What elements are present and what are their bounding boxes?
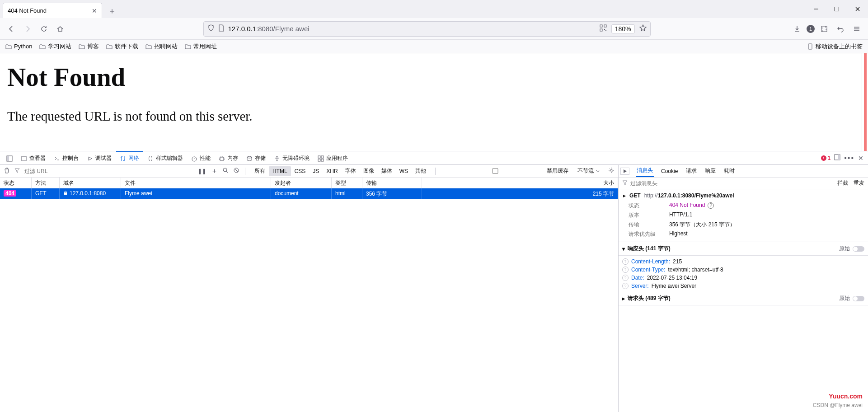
pause-icon[interactable]: ❚❚ xyxy=(197,168,206,174)
help-icon[interactable]: ? xyxy=(622,258,629,265)
qr-icon[interactable] xyxy=(600,24,607,33)
filter-css[interactable]: CSS xyxy=(291,166,310,176)
reload-button[interactable] xyxy=(37,22,51,36)
zoom-level[interactable]: 180% xyxy=(611,24,635,33)
tab-accessibility[interactable]: 无障碍环境 xyxy=(270,151,313,164)
tab-cookies[interactable]: Cookie xyxy=(660,166,679,176)
col-file[interactable]: 文件 xyxy=(121,178,271,188)
devtools-toggle-icon[interactable] xyxy=(3,151,16,164)
response-headers-section[interactable]: ▾ 响应头 (141 字节) 原始 xyxy=(619,242,868,256)
url-bar[interactable]: 127.0.0.1:8080/Flyme awei 180% xyxy=(203,21,651,37)
tab-storage[interactable]: 存储 xyxy=(243,151,269,164)
filter-js[interactable]: JS xyxy=(309,166,323,176)
svg-rect-7 xyxy=(808,44,812,49)
bookmark-folder[interactable]: 博客 xyxy=(79,42,99,51)
search-icon[interactable] xyxy=(222,167,229,175)
raw-toggle[interactable]: 原始 xyxy=(839,245,864,253)
network-toolbar: ❚❚ ＋ 所有 HTML CSS JS XHR 字体 图像 媒体 WS 其他 xyxy=(0,165,618,178)
chevron-right-icon[interactable]: ▸ xyxy=(623,192,626,199)
plus-icon[interactable]: ＋ xyxy=(211,167,218,175)
col-status[interactable]: 状态 xyxy=(0,178,32,188)
gear-icon[interactable] xyxy=(608,167,615,175)
cell-domain: 127.0.0.1:8080 xyxy=(60,188,121,199)
svg-rect-21 xyxy=(838,154,840,160)
help-icon[interactable]: ? xyxy=(622,267,629,273)
filter-fonts[interactable]: 字体 xyxy=(342,165,360,177)
tab-timing[interactable]: 耗时 xyxy=(723,165,736,177)
bookmark-folder[interactable]: 常用网址 xyxy=(185,42,217,51)
browser-tab[interactable]: 404 Not Found ✕ xyxy=(3,3,102,18)
mobile-bookmarks[interactable]: 移动设备上的书签 xyxy=(807,42,863,51)
page-scrollbar[interactable] xyxy=(862,53,868,151)
col-transfer[interactable]: 传输 xyxy=(362,178,422,188)
intercept-button[interactable]: 拦截 xyxy=(837,179,848,187)
close-window-button[interactable] xyxy=(847,2,868,16)
col-initiator[interactable]: 发起者 xyxy=(271,178,332,188)
bookmark-folder[interactable]: 学习网站 xyxy=(39,42,71,51)
forward-button[interactable] xyxy=(21,22,34,36)
filter-xhr[interactable]: XHR xyxy=(323,166,341,176)
devtools-tabstrip: 查看器 控制台 调试器 网络 样式编辑器 性能 内存 存储 无障碍环境 应用程序… xyxy=(0,151,868,165)
tab-response[interactable]: 响应 xyxy=(704,165,717,177)
downloads-button[interactable] xyxy=(790,22,804,36)
bookmark-star-icon[interactable] xyxy=(639,24,647,33)
play-icon[interactable] xyxy=(620,168,629,175)
tab-inspector[interactable]: 查看器 xyxy=(17,151,49,164)
filter-media[interactable]: 媒体 xyxy=(378,165,396,177)
tab-network[interactable]: 网络 xyxy=(116,151,143,164)
clear-icon[interactable] xyxy=(4,167,10,175)
maximize-button[interactable] xyxy=(826,2,847,16)
block-icon[interactable] xyxy=(233,167,239,175)
cell-method: GET xyxy=(32,188,60,199)
filter-all[interactable]: 所有 xyxy=(251,165,269,177)
tab-performance[interactable]: 性能 xyxy=(188,151,214,164)
svg-rect-12 xyxy=(220,157,224,160)
filter-url-input[interactable] xyxy=(24,168,124,174)
col-method[interactable]: 方法 xyxy=(32,178,60,188)
lock-icon xyxy=(63,190,68,197)
dock-side-icon[interactable] xyxy=(834,154,840,162)
tab-memory[interactable]: 内存 xyxy=(215,151,242,164)
page-body-text: The requested URL is not found on this s… xyxy=(7,109,861,124)
tab-style-editor[interactable]: 样式编辑器 xyxy=(144,151,187,164)
close-icon[interactable]: ✕ xyxy=(92,7,97,14)
filter-html[interactable]: HTML xyxy=(269,166,291,176)
screenshot-button[interactable] xyxy=(817,22,831,36)
filter-other[interactable]: 其他 xyxy=(412,165,430,177)
kebab-menu-icon[interactable]: ••• xyxy=(844,154,854,162)
bookmark-folder[interactable]: Python xyxy=(5,43,32,50)
tracker-badge[interactable]: 1 xyxy=(807,25,815,33)
tab-application[interactable]: 应用程序 xyxy=(314,151,352,164)
tab-headers[interactable]: 消息头 xyxy=(636,165,654,177)
request-headers-section[interactable]: ▸ 请求头 (489 字节) 原始 xyxy=(619,292,868,305)
minimize-button[interactable] xyxy=(806,2,826,16)
help-icon[interactable]: ? xyxy=(622,275,629,281)
app-menu-button[interactable] xyxy=(850,22,863,36)
bookmark-folder[interactable]: 招聘网站 xyxy=(145,42,178,51)
home-button[interactable] xyxy=(53,22,67,36)
filter-images[interactable]: 图像 xyxy=(360,165,378,177)
tab-console[interactable]: 控制台 xyxy=(50,151,82,164)
tab-request[interactable]: 请求 xyxy=(685,165,698,177)
raw-toggle[interactable]: 原始 xyxy=(839,295,864,302)
undo-icon[interactable] xyxy=(834,22,847,36)
filter-ws[interactable]: WS xyxy=(396,166,412,176)
back-button[interactable] xyxy=(5,22,18,36)
error-count-badge[interactable]: 1 xyxy=(821,155,831,161)
disable-cache-checkbox[interactable]: 禁用缓存 xyxy=(446,167,568,175)
bookmark-folder[interactable]: 软件下载 xyxy=(106,42,138,51)
help-icon[interactable]: ? xyxy=(622,283,629,289)
throttle-select[interactable]: 不节流 xyxy=(577,167,600,175)
svg-rect-10 xyxy=(22,156,26,161)
devtools-close-icon[interactable]: ✕ xyxy=(858,154,863,162)
network-request-list: ❚❚ ＋ 所有 HTML CSS JS XHR 字体 图像 媒体 WS 其他 xyxy=(0,165,618,412)
col-type[interactable]: 类型 xyxy=(332,178,362,188)
table-row[interactable]: 404 GET 127.0.0.1:8080 Flyme awei docume… xyxy=(0,188,618,199)
col-size[interactable]: 大小 xyxy=(422,178,618,188)
col-domain[interactable]: 域名 xyxy=(60,178,121,188)
tab-debugger[interactable]: 调试器 xyxy=(83,151,115,164)
resend-button[interactable]: 重发 xyxy=(854,179,864,187)
help-icon[interactable]: ? xyxy=(708,202,714,209)
new-tab-button[interactable]: ＋ xyxy=(105,4,119,18)
filter-headers-input[interactable] xyxy=(630,180,835,187)
